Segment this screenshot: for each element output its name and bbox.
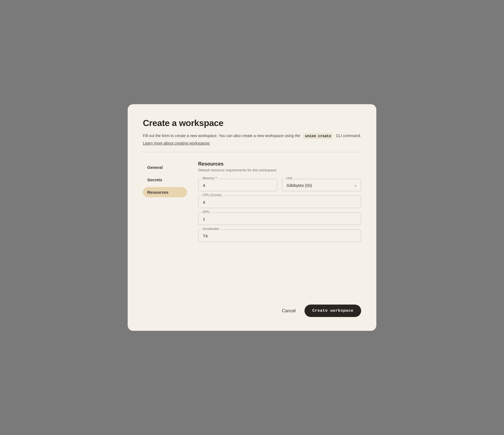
description-text-part2: CLI command. bbox=[336, 133, 361, 138]
accelerator-field-group: Accelerator bbox=[198, 229, 361, 242]
resources-section-subtitle: Default resource requirements for this w… bbox=[198, 168, 361, 172]
unit-field-group: Unit Gibibytes (Gi) Mebibytes (Mi) Gigab… bbox=[282, 179, 361, 191]
section-divider bbox=[143, 152, 361, 152]
gpu-row: GPU bbox=[198, 213, 361, 225]
create-workspace-modal: Create a workspace Fill out the form to … bbox=[128, 104, 376, 331]
cpu-input[interactable] bbox=[198, 196, 361, 208]
cancel-button[interactable]: Cancel bbox=[279, 306, 299, 316]
accelerator-input[interactable] bbox=[198, 229, 361, 242]
gpu-field-group: GPU bbox=[198, 213, 361, 225]
cpu-row: CPU (Cores) bbox=[198, 196, 361, 208]
memory-input[interactable] bbox=[198, 179, 277, 191]
sidebar-item-resources[interactable]: Resources bbox=[143, 187, 187, 197]
description-text-part1: Fill out the form to create a new worksp… bbox=[143, 133, 300, 138]
gpu-input[interactable] bbox=[198, 213, 361, 225]
unit-select[interactable]: Gibibytes (Gi) Mebibytes (Mi) Gigabytes … bbox=[282, 179, 361, 191]
cpu-label: CPU (Cores) bbox=[201, 193, 223, 197]
resources-section-title: Resources bbox=[198, 161, 361, 167]
memory-unit-row: Memory * Unit Gibibytes (Gi) Mebibytes (… bbox=[198, 179, 361, 191]
learn-more-link[interactable]: Learn more about creating workspaces bbox=[143, 141, 361, 145]
unit-label: Unit bbox=[285, 176, 293, 180]
memory-field-group: Memory * bbox=[198, 179, 277, 191]
accelerator-row: Accelerator bbox=[198, 229, 361, 242]
cli-command-code: union create bbox=[303, 133, 333, 139]
accelerator-label: Accelerator bbox=[201, 227, 221, 231]
sidebar-item-general[interactable]: General bbox=[143, 162, 187, 172]
create-workspace-button[interactable]: Create workspace bbox=[305, 305, 361, 317]
content-area: General Secrets Resources Resources Defa… bbox=[143, 161, 361, 294]
gpu-label: GPU bbox=[201, 210, 211, 214]
memory-label: Memory * bbox=[201, 176, 218, 180]
cpu-field-group: CPU (Cores) bbox=[198, 196, 361, 208]
sidebar: General Secrets Resources bbox=[143, 161, 187, 294]
modal-title: Create a workspace bbox=[143, 118, 361, 128]
modal-footer: Cancel Create workspace bbox=[143, 294, 361, 317]
modal-description: Fill out the form to create a new worksp… bbox=[143, 133, 361, 139]
sidebar-item-secrets[interactable]: Secrets bbox=[143, 175, 187, 185]
main-content: Resources Default resource requirements … bbox=[198, 161, 361, 294]
